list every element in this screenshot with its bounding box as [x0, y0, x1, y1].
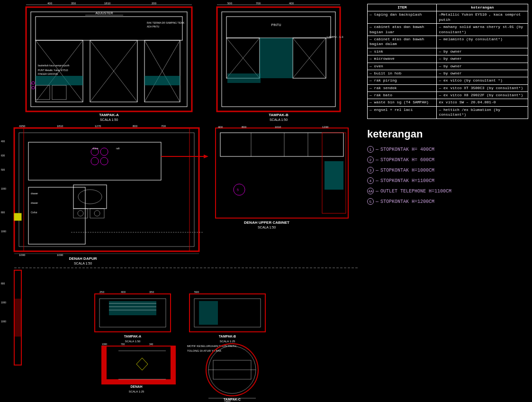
- legend-item-1: 1 — STOPKONTAK H= 400CM: [367, 146, 528, 153]
- table-cell-6-0: — built in hob: [368, 70, 437, 77]
- svg-text:SCALA 1:50: SCALA 1:50: [258, 226, 276, 229]
- table-cell-5-0: — oven: [368, 63, 437, 70]
- table-cell-1-1: — mahany solid warna cherry st-01 (by co…: [437, 24, 528, 36]
- svg-text:TAMPAK-A: TAMPAK-A: [124, 335, 141, 338]
- legend-circle-2: 2: [367, 156, 374, 163]
- legend-item-3: 3 — STOPKONTAK H=1000CM: [367, 167, 528, 174]
- legend-text-4A: OUTLET TELEPHONE H=1100CM: [380, 189, 451, 194]
- svg-text:800: 800: [1, 282, 5, 285]
- table-cell-7-0: — rak piring: [368, 77, 437, 84]
- legend-text-4: STOPKONTAK H=1100CM: [380, 178, 434, 183]
- table-cell-8-0: — rak sendok: [368, 84, 437, 91]
- svg-text:1000: 1000: [1, 230, 6, 233]
- legend-circle-1: 1: [367, 146, 374, 153]
- svg-text:PUNT Metallic Yukon EY510: PUNT Metallic Yukon EY510: [38, 69, 68, 72]
- table-header-keterangan: keterangan: [437, 4, 528, 11]
- keterangan-section: keterangan 1 — STOPKONTAK H= 400CM 2 — S…: [367, 128, 528, 209]
- svg-text:TAMPAK-A: TAMPAK-A: [99, 113, 119, 117]
- svg-text:400: 400: [47, 2, 53, 5]
- svg-rect-131: [107, 379, 175, 384]
- svg-text:4350: 4350: [19, 125, 26, 128]
- svg-rect-44: [227, 73, 261, 83]
- svg-text:DENAH UPPER CABINET: DENAH UPPER CABINET: [244, 220, 289, 225]
- table-cell-11-0: — engsel + rel laci: [368, 106, 437, 119]
- svg-text:1000: 1000: [1, 320, 6, 323]
- table-cell-11-1: — hettich /ex blumation (by consultant*): [437, 106, 528, 119]
- svg-rect-13: [36, 76, 83, 85]
- legend-item-5: 5 — STOPKONTAK H=1200CM: [367, 198, 528, 205]
- svg-text:raft: raft: [116, 147, 120, 150]
- svg-text:drawer: drawer: [31, 192, 38, 195]
- svg-text:1200: 1200: [322, 126, 329, 128]
- legend-circle-4A: 4A: [367, 188, 374, 194]
- svg-text:400: 400: [121, 291, 126, 293]
- table-cell-0-0: — taping dan backsplash: [368, 11, 437, 24]
- table-cell-3-0: — sink: [368, 48, 437, 55]
- table-cell-2-1: — melaminto (by consultant*): [437, 36, 528, 48]
- svg-text:LAMPU - 1-3: LAMPU - 1-3: [327, 36, 343, 38]
- svg-text:350: 350: [149, 291, 154, 293]
- legend-text-1: STOPKONTAK H= 400CM: [380, 147, 434, 152]
- svg-text:TAMPAK-B: TAMPAK-B: [219, 335, 236, 338]
- svg-text:800: 800: [1, 211, 5, 214]
- svg-text:FINGER GROOVE: FINGER GROOVE: [38, 73, 58, 75]
- svg-text:700: 700: [256, 2, 261, 5]
- svg-text:SCALA 1:50: SCALA 1:50: [270, 118, 288, 121]
- table-cell-6-1: — by owner: [437, 70, 528, 77]
- svg-text:1000: 1000: [1, 301, 6, 304]
- svg-text:1610: 1610: [275, 126, 281, 128]
- svg-text:drawer: drawer: [31, 201, 38, 204]
- table-cell-9-0: — rak bato: [368, 92, 437, 99]
- svg-text:1000: 1000: [1, 187, 6, 190]
- table-cell-8-1: — ex vitco XT 3500C3 (by consultant*): [437, 84, 528, 91]
- svg-text:350: 350: [71, 2, 76, 5]
- svg-text:800: 800: [242, 126, 247, 128]
- legend-item-2: 2 — STOPKONTAK H= 600CM: [367, 156, 528, 163]
- table-cell-10-1: ex vitco SW – 20.04.801-0: [437, 99, 528, 106]
- table-cell-10-0: — waste bin sg (T4 SAMPAH): [368, 99, 437, 106]
- svg-text:400: 400: [218, 126, 223, 128]
- svg-text:SCALA 1:50: SCALA 1:50: [74, 262, 92, 265]
- table-cell-9-1: — ex vitco X8 29022F (by consultant*): [437, 92, 528, 99]
- svg-text:340: 340: [149, 343, 153, 346]
- table-cell-4-0: — microwave: [368, 55, 437, 63]
- svg-text:Ctrl/ot: Ctrl/ot: [31, 211, 37, 214]
- svg-text:basketkah kaca semprot putih: basketkah kaca semprot putih: [38, 64, 70, 67]
- svg-rect-149: [14, 299, 21, 337]
- svg-text:500: 500: [227, 2, 233, 5]
- svg-rect-105: [325, 161, 343, 190]
- svg-text:1000: 1000: [19, 254, 26, 256]
- svg-text:1810: 1810: [104, 2, 111, 5]
- svg-text:MOTIF KESELURUHAN DAUN PINTU,: MOTIF KESELURUHAN DAUN PINTU,: [187, 345, 237, 347]
- table-header-item: ITEM: [368, 4, 437, 11]
- svg-text:200: 200: [152, 2, 157, 5]
- svg-text:700: 700: [161, 125, 166, 128]
- svg-text:PINTU: PINTU: [271, 23, 281, 27]
- legend-text-3: STOPKONTAK H=1000CM: [380, 168, 434, 173]
- specifications-table: ITEM keterangan — taping dan backsplash—…: [367, 4, 528, 119]
- table-cell-4-1: — by owner: [437, 55, 528, 63]
- legend-item-4: 4 — STOPKONTAK H=1100CM: [367, 177, 528, 184]
- svg-text:800: 800: [133, 125, 138, 128]
- svg-text:TAMPAK-B: TAMPAK-B: [269, 113, 289, 117]
- svg-rect-129: [102, 346, 107, 384]
- svg-text:TAMPAK-C: TAMPAK-C: [224, 398, 241, 401]
- svg-text:drave: drave: [92, 147, 99, 150]
- svg-text:TOLONG DI ATUR YA PAK: TOLONG DI ATUR YA PAK: [187, 349, 221, 352]
- svg-text:400: 400: [289, 2, 294, 5]
- svg-text:SCALA 1:50: SCALA 1:50: [125, 340, 141, 343]
- svg-text:DENAH: DENAH: [131, 385, 143, 388]
- svg-rect-122: [199, 301, 218, 325]
- table-cell-5-1: — by owner: [437, 63, 528, 70]
- svg-text:ADA PINTU: ADA PINTU: [147, 25, 160, 28]
- svg-text:SCALA 1:25: SCALA 1:25: [220, 340, 235, 343]
- svg-text:1300: 1300: [102, 343, 107, 346]
- svg-rect-75: [14, 213, 21, 220]
- svg-text:SCALA 1:50: SCALA 1:50: [100, 118, 118, 121]
- svg-text:SCALA 1:25: SCALA 1:25: [129, 390, 144, 393]
- svg-rect-43: [260, 38, 293, 78]
- svg-rect-111: [109, 301, 156, 315]
- table-cell-3-1: — by owner: [437, 48, 528, 55]
- legend-circle-5: 5: [367, 198, 374, 205]
- svg-text:ADJUSTER: ADJUSTER: [96, 11, 113, 15]
